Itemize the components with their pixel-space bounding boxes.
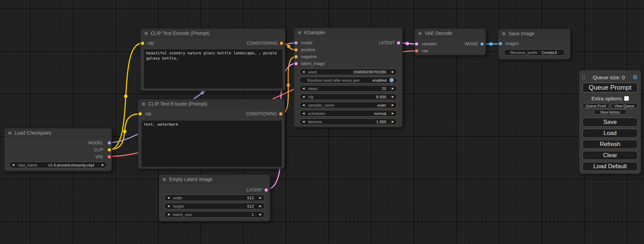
node-title: Save Image [509,31,535,36]
link-midpoint-dot[interactable] [287,45,290,48]
node-vae-decode[interactable]: VAE Decode samples IMAGE vae [414,28,486,55]
prompt-textarea[interactable]: beautiful scenery nature glass bottle la… [143,49,283,89]
prompt-textarea[interactable]: text, watermark [141,120,282,168]
increment-arrow-icon[interactable]: ▶ [392,71,394,73]
link-midpoint-dot[interactable] [286,83,290,87]
decrement-arrow-icon[interactable]: ◀ [167,197,169,199]
link-midpoint-dot[interactable] [124,94,127,98]
output-port-latent[interactable] [397,42,400,45]
node-clip-text-encode-positive[interactable]: CLIP Text Encode (Prompt) clip CONDITION… [140,28,285,91]
widget-value: 8.000 [376,95,386,99]
widget-steps[interactable]: ◀ steps 20 ▶ [299,85,397,92]
output-port-conditioning[interactable] [279,112,282,116]
link-midpoint-dot[interactable] [406,42,409,45]
node-clip-text-encode-negative[interactable]: CLIP Text Encode (Prompt) clip CONDITION… [138,99,285,169]
input-port-model[interactable] [294,42,298,45]
view-history-button[interactable]: View History [593,109,627,115]
decrement-arrow-icon[interactable]: ◀ [167,213,169,216]
widget-seed[interactable]: ◀ seed 156680208700286 ▶ [299,69,397,75]
widget-random-seed-toggle[interactable]: Random seed after every gen enabled [299,77,397,83]
decrement-arrow-icon[interactable]: ◀ [302,87,305,90]
input-port-clip[interactable] [141,42,144,45]
increment-arrow-icon[interactable]: ▶ [259,205,262,208]
toggle-circle-icon[interactable] [389,78,394,82]
output-port-model[interactable] [108,142,111,145]
output-port-clip[interactable] [108,148,111,152]
collapse-dot-icon[interactable] [142,102,145,106]
input-label: negative [301,54,317,59]
link-midpoint-dot[interactable] [123,130,126,133]
output-port-conditioning[interactable] [280,42,283,45]
node-title-bar[interactable]: CLIP Text Encode (Prompt) [141,29,285,38]
decrement-arrow-icon[interactable]: ◀ [167,205,169,208]
widget-sampler-name[interactable]: ◀ sampler_name euler ▶ [299,102,397,108]
output-port-latent[interactable] [265,189,268,192]
decrement-arrow-icon[interactable]: ◀ [302,104,305,107]
settings-gear-icon[interactable]: ⚙ [633,74,638,80]
node-title-bar[interactable]: KSampler [294,28,402,37]
load-default-button[interactable]: Load Default [582,162,638,171]
node-title-bar[interactable]: CLIP Text Encode (Prompt) [138,99,284,109]
input-port-vae[interactable] [415,49,418,53]
input-port-clip[interactable] [139,112,142,116]
collapse-dot-icon[interactable] [298,31,301,34]
input-port-positive[interactable] [294,48,298,52]
increment-arrow-icon[interactable]: ▶ [102,164,104,166]
view-queue-button[interactable]: View Queue [611,103,638,108]
link-midpoint-dot[interactable] [201,91,204,94]
input-label: model [301,40,312,45]
widget-batch-size[interactable]: ◀ batch_size 1 ▶ [164,211,265,218]
increment-arrow-icon[interactable]: ▶ [392,96,394,98]
node-empty-latent-image[interactable]: Empty Latent Image LATENT ◀ width 512 ▶ … [159,174,270,222]
node-title-bar[interactable]: VAE Decode [415,29,486,38]
decrement-arrow-icon[interactable]: ◀ [12,164,14,166]
node-title-bar[interactable]: Load Checkpoint [5,128,112,138]
node-save-image[interactable]: Save Image images filename_prefix ComfyU… [498,29,571,60]
widget-cfg[interactable]: ◀ cfg 8.000 ▶ [299,93,397,100]
collapse-dot-icon[interactable] [418,32,422,35]
widget-scheduler[interactable]: ◀ scheduler normal ▶ [299,110,397,117]
widget-width[interactable]: ◀ width 512 ▶ [164,195,265,201]
clear-button[interactable]: Clear [582,151,638,160]
drag-handle-icon[interactable] [582,75,585,80]
node-title-bar[interactable]: Empty Latent Image [159,175,270,184]
node-ksampler[interactable]: KSampler model LATENT positive negative … [294,28,403,127]
node-load-checkpoint[interactable]: Load Checkpoint MODEL CLIP VAE ◀ ckpt_na… [4,128,112,171]
output-port-vae[interactable] [108,155,111,159]
widget-height[interactable]: ◀ height 512 ▶ [164,203,265,209]
input-port-negative[interactable] [294,55,298,58]
save-button[interactable]: Save [582,118,638,127]
increment-arrow-icon[interactable]: ▶ [392,112,394,115]
decrement-arrow-icon[interactable]: ◀ [302,96,305,98]
widget-ckpt-name[interactable]: ◀ ckpt_name v1-5-pruned-emaonly.ckpt ▶ [9,162,107,168]
queue-prompt-button[interactable]: Queue Prompt [582,83,638,92]
node-title-bar[interactable]: Save Image [499,29,570,38]
increment-arrow-icon[interactable]: ▶ [259,213,262,216]
comfyui-canvas[interactable]: Load Checkpoint MODEL CLIP VAE ◀ ckpt_na… [0,0,644,244]
extra-options-checkbox[interactable] [624,96,629,101]
slot-row: negative [294,53,402,60]
load-button[interactable]: Load [582,129,638,138]
increment-arrow-icon[interactable]: ▶ [392,104,394,107]
collapse-dot-icon[interactable] [163,178,166,181]
collapse-dot-icon[interactable] [144,32,148,35]
increment-arrow-icon[interactable]: ▶ [392,120,394,123]
input-port-latent-image[interactable] [294,62,298,65]
collapse-dot-icon[interactable] [8,132,11,135]
link-midpoint-dot[interactable] [489,42,493,46]
queue-front-button[interactable]: Queue Front [582,103,609,108]
widget-denoise[interactable]: ◀ denoise 1.000 ▶ [299,118,397,125]
input-port-images[interactable] [499,42,502,45]
collapse-dot-icon[interactable] [502,32,505,35]
decrement-arrow-icon[interactable]: ◀ [302,71,305,73]
decrement-arrow-icon[interactable]: ◀ [302,112,305,115]
output-port-image[interactable] [480,43,484,46]
refresh-button[interactable]: Refresh [582,140,638,149]
widget-filename-prefix[interactable]: filename_prefix ComfyUI [504,49,565,56]
increment-arrow-icon[interactable]: ▶ [259,197,262,199]
decrement-arrow-icon[interactable]: ◀ [302,120,305,123]
increment-arrow-icon[interactable]: ▶ [392,87,394,90]
output-label: CLIP [94,147,103,152]
output-label: IMAGE [465,42,478,46]
input-port-samples[interactable] [415,43,418,46]
